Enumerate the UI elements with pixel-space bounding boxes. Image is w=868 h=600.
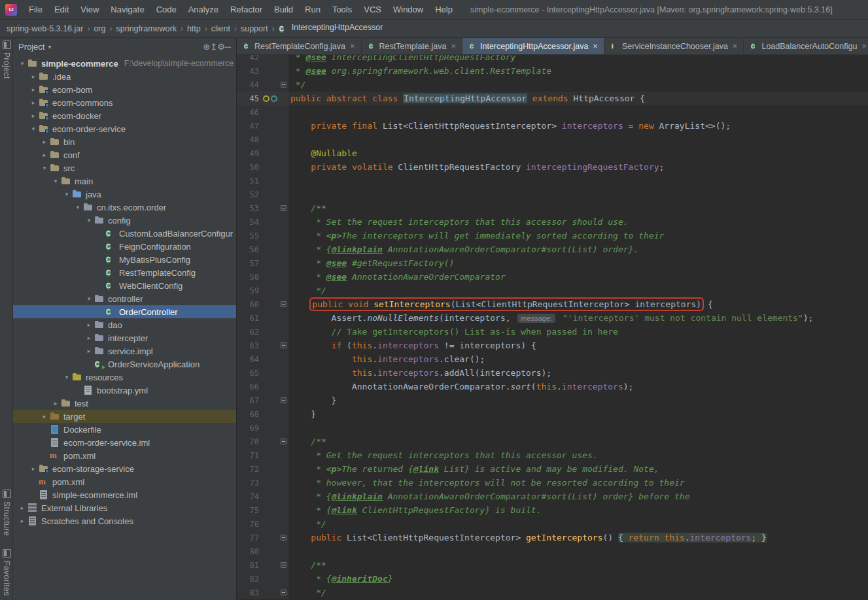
fold-marker-icon[interactable] bbox=[281, 205, 286, 211]
tree-item-cn-itxs-ecom-order[interactable]: ▾cn.itxs.ecom.order bbox=[13, 201, 236, 214]
tab-close-icon[interactable]: × bbox=[451, 41, 456, 51]
code-line[interactable]: 80 bbox=[237, 544, 868, 558]
code-editor[interactable]: 42 * @see InterceptingClientHttpRequestF… bbox=[237, 55, 868, 600]
collapse-all-icon[interactable]: ↥ bbox=[210, 42, 217, 52]
breadcrumb-item-interceptinghttpaccessor[interactable]: CInterceptingHttpAccessor bbox=[279, 23, 383, 35]
tree-item-feignconfiguration[interactable]: CFeignConfiguration bbox=[13, 240, 236, 253]
tree-item-resttemplateconfig[interactable]: CRestTemplateConfig bbox=[13, 266, 236, 279]
tree-item-external-libraries[interactable]: ▸External Libraries bbox=[13, 501, 236, 514]
editor-gutter[interactable]: 68 bbox=[237, 407, 288, 421]
chevron-right-icon[interactable]: ▸ bbox=[39, 413, 50, 420]
chevron-right-icon[interactable]: ▸ bbox=[28, 99, 39, 106]
editor-gutter[interactable]: 63 bbox=[237, 339, 288, 352]
code-line[interactable]: 59 */ bbox=[237, 284, 868, 297]
tree-item-simple-ecommerce-iml[interactable]: simple-ecommerce.iml bbox=[13, 488, 236, 501]
tree-item-mybatisplusconfig[interactable]: CMyBatisPlusConfig bbox=[13, 253, 236, 266]
chevron-right-icon[interactable]: ▸ bbox=[17, 518, 27, 524]
editor-gutter[interactable]: 81 bbox=[237, 558, 288, 572]
menu-refactor[interactable]: Refactor bbox=[224, 0, 268, 19]
editor-gutter[interactable]: 75 bbox=[237, 503, 288, 517]
fold-marker-icon[interactable] bbox=[281, 301, 286, 307]
code-line[interactable]: 45public abstract class InterceptingHttp… bbox=[237, 92, 868, 105]
tab-close-icon[interactable]: × bbox=[733, 41, 738, 51]
code-line[interactable]: 66 AnnotationAwareOrderComparator.sort(t… bbox=[237, 380, 868, 393]
settings-icon[interactable]: ⚙ bbox=[217, 42, 225, 52]
chevron-right-icon[interactable]: ▸ bbox=[28, 86, 39, 93]
toolwindow-button-favorites[interactable]: Favorites bbox=[2, 549, 11, 596]
code-line[interactable]: 61 Assert.noNullElements(interceptors, m… bbox=[237, 311, 868, 325]
toolwindow-button-structure[interactable]: Structure bbox=[2, 490, 11, 536]
tab-close-icon[interactable]: × bbox=[861, 41, 867, 51]
code-line[interactable]: 76 */ bbox=[237, 517, 868, 531]
code-line[interactable]: 75 * {@link ClientHttpRequestFactory} is… bbox=[237, 503, 868, 517]
chevron-right-icon[interactable]: ▸ bbox=[17, 505, 27, 511]
tree-item-test[interactable]: ▸test bbox=[13, 397, 236, 410]
tree-item-bootstrap-yml[interactable]: bootstrap.yml bbox=[13, 384, 236, 397]
code-line[interactable]: 43 * @see org.springframework.web.client… bbox=[237, 64, 868, 78]
code-line[interactable]: 46 bbox=[237, 105, 868, 119]
editor-gutter[interactable]: 51 bbox=[237, 174, 288, 188]
code-line[interactable]: 54 * Set the request interceptors that t… bbox=[237, 215, 868, 229]
editor-tab-resttemplateconfig-java[interactable]: CRestTemplateConfig.java× bbox=[237, 38, 362, 54]
menu-analyze[interactable]: Analyze bbox=[182, 0, 224, 19]
tree-item-ordercontroller[interactable]: COrderController bbox=[13, 305, 236, 318]
editor-tab-resttemplate-java[interactable]: CRestTemplate.java× bbox=[362, 38, 462, 54]
implementations-marker-icon[interactable] bbox=[271, 95, 277, 102]
tree-item-dao[interactable]: ▸dao bbox=[13, 318, 236, 331]
breadcrumb-item-springframework[interactable]: springframework bbox=[116, 24, 177, 33]
code-line[interactable]: 83 */ bbox=[237, 586, 868, 599]
tree-item-idea[interactable]: ▸.idea bbox=[13, 70, 236, 83]
tree-item-resources[interactable]: ▾resources bbox=[13, 371, 236, 384]
chevron-right-icon[interactable]: ▸ bbox=[84, 348, 94, 354]
code-line[interactable]: 74 * {@linkplain AnnotationAwareOrderCom… bbox=[237, 490, 868, 503]
editor-gutter[interactable]: 70 bbox=[237, 435, 288, 448]
chevron-down-icon[interactable]: ▾ bbox=[84, 217, 94, 224]
editor-tab-loadbalancerautoconfigu[interactable]: CLoadBalancerAutoConfigu× bbox=[744, 38, 868, 54]
code-line[interactable]: 65 this.interceptors.addAll(interceptors… bbox=[237, 366, 868, 380]
chevron-down-icon[interactable]: ▾ bbox=[84, 295, 94, 302]
fold-marker-icon[interactable] bbox=[281, 535, 286, 541]
editor-gutter[interactable]: 59 bbox=[237, 284, 288, 297]
tree-item-src[interactable]: ▾src bbox=[13, 161, 236, 175]
editor-gutter[interactable]: 56 bbox=[237, 242, 288, 256]
editor-gutter[interactable]: 44 bbox=[237, 78, 288, 92]
chevron-down-icon[interactable]: ▾ bbox=[50, 178, 61, 184]
editor-gutter[interactable]: 45 bbox=[237, 92, 288, 105]
editor-gutter[interactable]: 49 bbox=[237, 146, 288, 160]
chevron-right-icon[interactable]: ▸ bbox=[28, 465, 39, 472]
code-line[interactable]: 58 * @see AnnotationAwareOrderComparator bbox=[237, 270, 868, 284]
hide-icon[interactable]: ─ bbox=[225, 42, 231, 52]
chevron-down-icon[interactable]: ▾ bbox=[73, 204, 83, 210]
tree-item-pom-xml[interactable]: mpom.xml bbox=[13, 449, 236, 462]
editor-gutter[interactable]: 76 bbox=[237, 517, 288, 531]
breadcrumb-item-org[interactable]: org bbox=[94, 24, 105, 33]
tree-item-service-impl[interactable]: ▸service.impl bbox=[13, 344, 236, 358]
chevron-right-icon[interactable]: ▸ bbox=[39, 152, 50, 158]
menu-tools[interactable]: Tools bbox=[326, 0, 358, 19]
menu-edit[interactable]: Edit bbox=[48, 0, 75, 19]
chevron-right-icon[interactable]: ▸ bbox=[50, 400, 61, 407]
code-line[interactable]: 53 /** bbox=[237, 201, 868, 215]
code-line[interactable]: 44 */ bbox=[237, 78, 868, 92]
tree-item-controller[interactable]: ▾controller bbox=[13, 292, 236, 305]
code-line[interactable]: 67 } bbox=[237, 393, 868, 407]
breadcrumb-item-support[interactable]: support bbox=[241, 24, 268, 33]
code-line[interactable]: 42 * @see InterceptingClientHttpRequestF… bbox=[237, 55, 868, 64]
chevron-down-icon[interactable]: ▾ bbox=[61, 191, 72, 197]
tab-close-icon[interactable]: × bbox=[593, 41, 598, 51]
chevron-right-icon[interactable]: ▸ bbox=[84, 322, 94, 328]
tab-close-icon[interactable]: × bbox=[350, 41, 355, 51]
tree-item-customloadbalancerconfigur[interactable]: CCustomLoadBalancerConfigur bbox=[13, 227, 236, 240]
locate-icon[interactable]: ⊕ bbox=[203, 42, 210, 52]
tree-item-scratches-and-consoles[interactable]: ▸Scratches and Consoles bbox=[13, 514, 236, 527]
code-line[interactable]: 71 * Get the request interceptors that t… bbox=[237, 448, 868, 462]
editor-gutter[interactable]: 72 bbox=[237, 462, 288, 476]
editor-gutter[interactable]: 69 bbox=[237, 421, 288, 435]
chevron-right-icon[interactable]: ▸ bbox=[39, 139, 50, 145]
fold-marker-icon[interactable] bbox=[281, 82, 286, 88]
menu-file[interactable]: File bbox=[23, 0, 48, 19]
tree-item-intercepter[interactable]: ▸intercepter bbox=[13, 331, 236, 344]
code-line[interactable]: 49 @Nullable bbox=[237, 146, 868, 160]
tree-item-ecom-bom[interactable]: ▸ecom-bom bbox=[13, 83, 236, 96]
editor-gutter[interactable]: 80 bbox=[237, 544, 288, 558]
